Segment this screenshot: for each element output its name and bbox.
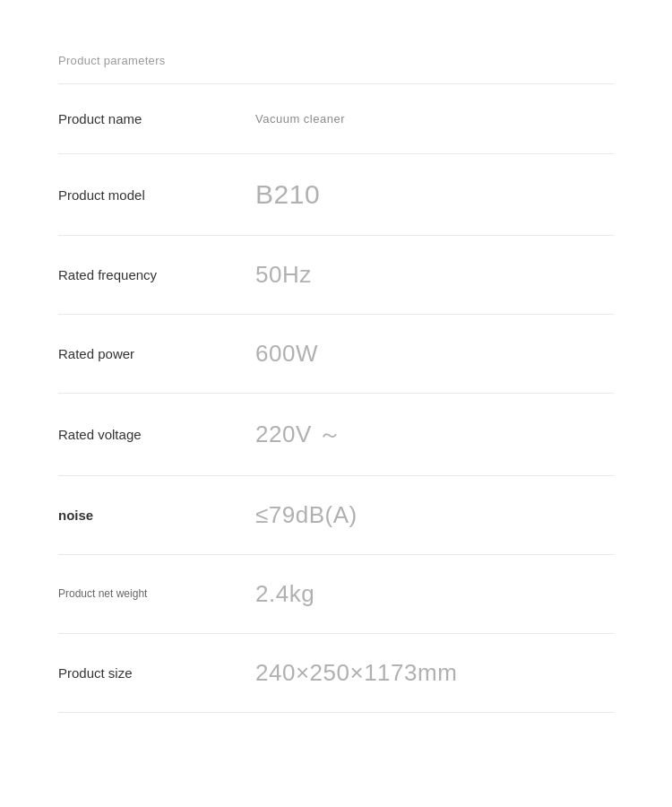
row-noise: noise ≤79dB(A) <box>58 476 614 555</box>
row-rated-frequency: Rated frequency 50Hz <box>58 236 614 315</box>
section-title: Product parameters <box>58 54 614 67</box>
value-product-net-weight: 2.4kg <box>255 580 614 608</box>
value-product-name: Vacuum cleaner <box>255 112 614 126</box>
row-product-name: Product name Vacuum cleaner <box>58 84 614 154</box>
value-product-size: 240×250×1173mm <box>255 659 614 687</box>
row-product-net-weight: Product net weight 2.4kg <box>58 555 614 634</box>
label-rated-voltage: Rated voltage <box>58 425 255 444</box>
label-product-net-weight: Product net weight <box>58 586 255 602</box>
label-rated-power: Rated power <box>58 344 255 363</box>
label-product-name: Product name <box>58 109 255 128</box>
row-rated-voltage: Rated voltage 220V ～ <box>58 394 614 476</box>
label-noise: noise <box>58 506 255 525</box>
value-product-model: B210 <box>255 179 614 210</box>
label-product-size: Product size <box>58 664 255 682</box>
value-noise: ≤79dB(A) <box>255 501 614 529</box>
value-rated-frequency: 50Hz <box>255 261 614 289</box>
page-container: Product parameters Product name Vacuum c… <box>0 0 672 767</box>
label-product-model: Product model <box>58 186 255 204</box>
label-rated-frequency: Rated frequency <box>58 265 255 284</box>
row-rated-power: Rated power 600W <box>58 315 614 394</box>
value-rated-power: 600W <box>255 340 614 368</box>
row-product-model: Product model B210 <box>58 154 614 236</box>
row-product-size: Product size 240×250×1173mm <box>58 634 614 713</box>
value-rated-voltage: 220V ～ <box>255 419 614 450</box>
